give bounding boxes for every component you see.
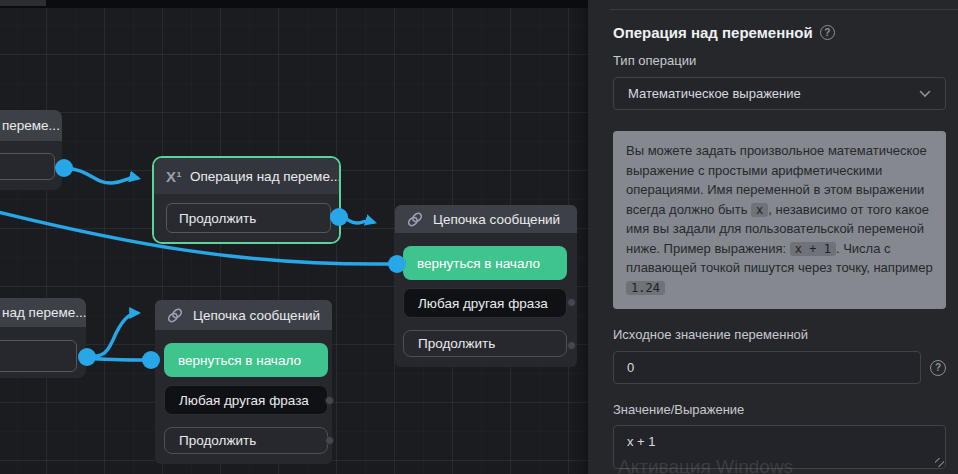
- expression-label: Значение/Выражение: [613, 402, 946, 417]
- chain-link-icon: [165, 307, 185, 324]
- node-message-chain-bottom: Цепочка сообщений вернуться в начало Люб…: [155, 300, 332, 464]
- node-header[interactable]: Цепочка сообщений: [155, 300, 332, 330]
- node-title: Цепочка сообщений: [433, 212, 560, 227]
- node-body: вернуться в начало Любая другая фраза Пр…: [155, 330, 332, 464]
- operation-hint-text: Вы можете задать произвольное математиче…: [613, 131, 946, 309]
- panel-title: Операция над переменной: [613, 24, 813, 41]
- node-body: вернуться в начало Любая другая фраза Пр…: [395, 233, 577, 367]
- canvas-top-bar: [0, 0, 588, 8]
- node-next-button[interactable]: [0, 340, 77, 372]
- chain-button-any-other-phrase[interactable]: Любая другая фраза: [403, 288, 567, 318]
- node-operation-partial-top: переме...: [0, 110, 62, 190]
- node-operation-selected: X¹ Операция над переме... Продолжить: [152, 156, 341, 244]
- node-operation-partial-bottom: над переме...: [0, 298, 86, 378]
- node-title: Операция над переме...: [190, 169, 339, 184]
- code-chip-x: x: [751, 203, 768, 217]
- code-chip-x-plus-1: x + 1: [790, 242, 836, 256]
- node-header[interactable]: Цепочка сообщений: [395, 205, 577, 233]
- node-header[interactable]: X¹ Операция над переме...: [154, 158, 339, 194]
- flow-builder-window: переме... над переме... X¹ Операция над …: [0, 0, 958, 474]
- flow-canvas[interactable]: переме... над переме... X¹ Операция над …: [0, 0, 588, 474]
- chain-button-continue[interactable]: Продолжить: [403, 330, 567, 357]
- settings-panel: Операция над переменной ? Тип операции М…: [588, 0, 958, 474]
- node-header[interactable]: переме...: [0, 110, 62, 141]
- help-icon[interactable]: ?: [820, 25, 835, 40]
- connection-line: [64, 168, 137, 183]
- code-chip-1-24: 1.24: [626, 281, 665, 295]
- node-header[interactable]: над переме...: [0, 298, 86, 327]
- continue-button[interactable]: Продолжить: [166, 203, 331, 233]
- expression-textarea[interactable]: x + 1: [613, 425, 946, 469]
- help-glyph: ?: [824, 27, 830, 38]
- operation-type-label: Тип операции: [613, 53, 946, 68]
- chain-button-return-to-start[interactable]: вернуться в начало: [164, 343, 328, 377]
- node-next-button[interactable]: [0, 153, 55, 180]
- node-body: [0, 141, 62, 190]
- chain-button-return-to-start[interactable]: вернуться в начало: [403, 246, 567, 280]
- help-glyph: ?: [935, 362, 941, 373]
- resize-handle[interactable]: [935, 458, 944, 467]
- chain-button-any-other-phrase[interactable]: Любая другая фраза: [164, 385, 328, 415]
- help-icon[interactable]: ?: [930, 360, 946, 376]
- chain-link-icon: [405, 211, 425, 228]
- chain-button-continue[interactable]: Продолжить: [164, 427, 328, 454]
- node-title: над переме...: [2, 305, 86, 320]
- connection-line: [87, 358, 148, 360]
- connection-line: [87, 313, 137, 357]
- connection-line: [339, 217, 373, 223]
- initial-value-input[interactable]: [613, 351, 921, 384]
- node-body: [0, 327, 86, 378]
- output-port-stub[interactable]: [325, 396, 334, 405]
- node-message-chain-right: Цепочка сообщений вернуться в начало Люб…: [395, 205, 577, 367]
- node-body: Продолжить: [154, 194, 339, 242]
- canvas-top-bar-tab: [0, 0, 46, 6]
- panel-divider: [610, 9, 958, 10]
- chevron-down-icon: [919, 90, 931, 98]
- variable-operation-icon: X¹: [166, 168, 182, 185]
- initial-value-label: Исходное значение переменной: [613, 327, 946, 342]
- node-title: переме...: [2, 118, 60, 133]
- output-port-stub[interactable]: [325, 436, 334, 445]
- operation-type-value: Математическое выражение: [628, 86, 801, 101]
- output-port-stub[interactable]: [567, 341, 576, 350]
- output-port-stub[interactable]: [567, 298, 576, 307]
- operation-type-select[interactable]: Математическое выражение: [613, 77, 946, 110]
- node-title: Цепочка сообщений: [193, 308, 320, 323]
